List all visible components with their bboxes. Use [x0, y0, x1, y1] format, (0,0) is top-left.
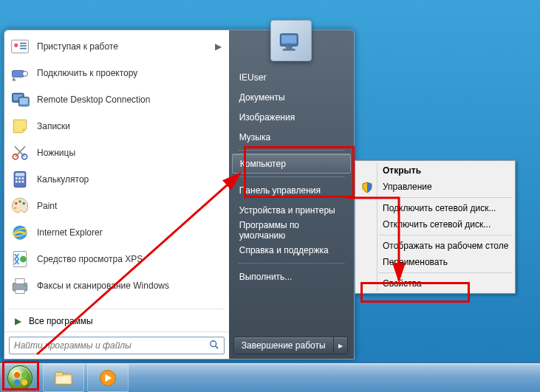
right-item-0[interactable]: IEUser [232, 67, 351, 87]
start-menu: Приступая к работе▶Подключить к проектор… [4, 30, 355, 360]
program-label: Калькулятор [37, 174, 225, 185]
context-item-5[interactable]: Переименовать [357, 254, 513, 270]
svg-rect-18 [18, 177, 21, 179]
program-label: Подключить к проектору [37, 68, 225, 78]
context-item-0[interactable]: Открыть [357, 162, 513, 179]
svg-point-23 [15, 202, 18, 205]
program-paint[interactable]: Paint [6, 193, 228, 219]
svg-rect-5 [13, 71, 24, 78]
context-item-2[interactable]: Подключить сетевой диск... [357, 200, 513, 216]
taskbar-explorer[interactable] [43, 364, 84, 392]
context-item-label: Подключить сетевой диск... [383, 203, 496, 213]
program-ie[interactable]: Internet Explorer [6, 219, 228, 246]
context-item-label: Свойства [383, 278, 422, 289]
projector-icon [9, 62, 31, 84]
rdc-icon [9, 89, 31, 111]
svg-rect-16 [16, 173, 24, 176]
svg-rect-39 [286, 46, 293, 49]
shield-icon [360, 181, 374, 194]
program-sticky[interactable]: Записки [6, 113, 228, 140]
right-item-7[interactable]: Программы по умолчанию [232, 220, 351, 240]
right-item-3[interactable]: Музыка [232, 127, 351, 147]
program-projector[interactable]: Подключить к проектору [6, 60, 228, 86]
right-item-6[interactable]: Устройства и принтеры [232, 200, 351, 220]
right-item-2[interactable]: Изображения [232, 107, 351, 127]
program-fax[interactable]: Факсы и сканирование Windows [6, 272, 228, 299]
svg-rect-19 [22, 177, 24, 179]
context-item-1[interactable]: Управление [357, 179, 513, 195]
windows-orb-icon [7, 365, 33, 391]
svg-point-35 [210, 340, 216, 346]
svg-rect-2 [20, 43, 27, 44]
svg-point-24 [18, 200, 21, 203]
svg-rect-21 [18, 181, 21, 183]
svg-rect-40 [283, 49, 295, 51]
svg-point-6 [23, 71, 28, 76]
program-getting-started[interactable]: Приступая к работе▶ [6, 33, 228, 60]
getting-started-icon [9, 35, 31, 58]
svg-rect-38 [282, 35, 297, 44]
context-item-3[interactable]: Отключить сетевой диск... [357, 216, 513, 233]
context-item-label: Отображать на рабочем столе [383, 241, 508, 251]
program-label: Internet Explorer [37, 227, 225, 238]
program-label: Приступая к работе [37, 41, 215, 52]
context-item-6[interactable]: Свойства [357, 275, 513, 292]
ie-icon [9, 221, 31, 244]
right-items: IEUserДокументыИзображенияМузыкаКомпьюте… [229, 61, 354, 332]
search-icon [209, 340, 219, 352]
svg-rect-33 [16, 289, 24, 293]
program-label: Факсы и сканирование Windows [37, 281, 225, 291]
svg-rect-4 [20, 48, 27, 49]
right-item-9[interactable]: Выполнить... [232, 267, 351, 286]
taskbar [0, 362, 540, 392]
right-item-4[interactable]: Компьютер [232, 154, 351, 173]
calc-icon [9, 168, 31, 190]
paint-icon [9, 195, 31, 217]
svg-rect-44 [56, 376, 70, 383]
svg-point-25 [23, 202, 26, 205]
triangle-icon: ▶ [15, 316, 21, 326]
shutdown-options-arrow[interactable]: ▸ [334, 337, 347, 354]
program-rdc[interactable]: Remote Desktop Connection [6, 86, 228, 113]
fax-icon [9, 275, 31, 297]
sticky-icon [9, 115, 31, 137]
svg-point-26 [14, 207, 17, 210]
program-snip[interactable]: Ножницы [6, 140, 228, 166]
snip-icon [9, 142, 31, 164]
context-item-label: Отключить сетевой диск... [383, 219, 491, 230]
search-box[interactable] [9, 337, 225, 354]
svg-point-30 [20, 256, 27, 263]
user-avatar[interactable] [270, 20, 312, 61]
svg-rect-10 [20, 98, 28, 104]
program-label: Remote Desktop Connection [37, 94, 225, 105]
context-menu: ОткрытьУправлениеПодключить сетевой диск… [355, 160, 516, 294]
program-label: Ножницы [37, 148, 225, 158]
search-row [4, 331, 229, 359]
svg-rect-32 [16, 278, 24, 283]
taskbar-media-player[interactable] [87, 364, 129, 392]
shutdown-button[interactable]: Завершение работы ▸ [233, 337, 348, 354]
context-item-4[interactable]: Отображать на рабочем столе [357, 238, 513, 254]
program-calc[interactable]: Калькулятор [6, 166, 228, 193]
svg-rect-3 [20, 45, 27, 47]
svg-rect-43 [55, 372, 64, 376]
svg-point-34 [24, 285, 26, 287]
right-item-5[interactable]: Панель управления [232, 180, 351, 200]
context-item-label: Управление [383, 182, 432, 192]
program-label: Записки [37, 121, 225, 131]
program-list: Приступая к работе▶Подключить к проектор… [4, 30, 229, 307]
start-menu-left-pane: Приступая к работе▶Подключить к проектор… [4, 30, 229, 359]
search-input[interactable] [14, 340, 209, 351]
all-programs[interactable]: ▶ Все программы [4, 311, 229, 331]
shutdown-label: Завершение работы [242, 340, 326, 351]
svg-point-1 [14, 44, 18, 47]
program-label: Paint [37, 201, 225, 211]
xps-icon [9, 248, 31, 270]
svg-rect-20 [16, 181, 18, 183]
program-xps[interactable]: Средство просмотра XPS [6, 246, 228, 272]
start-button[interactable] [0, 363, 40, 393]
all-programs-label: Все программы [29, 316, 93, 326]
svg-rect-17 [16, 177, 18, 179]
right-item-1[interactable]: Документы [232, 87, 351, 107]
right-item-8[interactable]: Справка и поддержка [232, 240, 351, 260]
